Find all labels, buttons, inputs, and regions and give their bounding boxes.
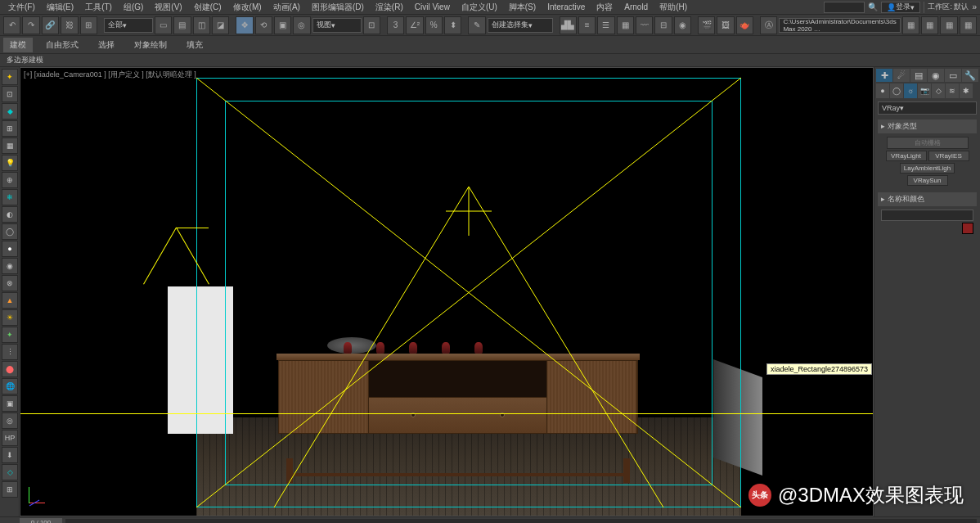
redo-button[interactable]: ↷ — [22, 16, 39, 34]
menu-help[interactable]: 帮助(H) — [654, 2, 692, 13]
lt-tool-13[interactable]: ⬤ — [2, 361, 18, 377]
ref-coord-dropdown[interactable]: 视图 ▾ — [312, 18, 362, 33]
search-icon[interactable]: 🔍 — [868, 2, 878, 11]
menu-view[interactable]: 视图(V) — [150, 2, 187, 13]
type-vraylight[interactable]: VRayLight — [886, 151, 927, 161]
menu-interactive[interactable]: Interactive — [542, 2, 590, 11]
lt-bulb-icon[interactable]: 💡 — [2, 155, 18, 171]
lt-tool-17[interactable]: ◇ — [2, 464, 18, 480]
undo-button[interactable]: ↶ — [3, 16, 20, 34]
type-ambient[interactable]: LayAmbientLigh — [900, 163, 955, 174]
scale-button[interactable]: ▣ — [274, 16, 291, 34]
ribbon-tab-fill[interactable]: 填充 — [180, 38, 209, 52]
lt-tool-6[interactable]: ❄ — [2, 189, 18, 205]
cmd-tab-create[interactable]: ✚ — [876, 69, 892, 82]
spinner-snap-button[interactable]: ⬍ — [444, 16, 461, 34]
lt-tool-14[interactable]: ▣ — [2, 395, 18, 412]
lt-tool-11[interactable]: ✦ — [2, 327, 18, 343]
lt-tool-8[interactable]: ◯ — [2, 223, 18, 240]
menu-file[interactable]: 文件(F) — [3, 2, 40, 13]
layer-button[interactable]: ☰ — [597, 16, 614, 34]
rotate-button[interactable]: ⟲ — [255, 16, 272, 34]
render-setup-button[interactable]: 🎬 — [698, 16, 715, 34]
rollout-head-type[interactable]: ▸ 对象类型 — [878, 119, 977, 133]
lt-light-icon[interactable]: ✦ — [2, 69, 18, 85]
ribbon-tab-freeform[interactable]: 自由形式 — [39, 38, 85, 52]
placement-button[interactable]: ◎ — [293, 16, 310, 34]
lt-sun-icon[interactable]: ☀ — [2, 309, 18, 326]
menu-content[interactable]: 内容 — [591, 2, 618, 13]
lt-tool-2[interactable]: ◆ — [2, 103, 18, 119]
menu-graph[interactable]: 图形编辑器(D) — [307, 2, 369, 13]
lt-sphere-icon[interactable]: ● — [2, 241, 18, 257]
cmd-sub-geom[interactable]: ● — [876, 83, 889, 98]
select-name-button[interactable]: ▤ — [173, 16, 191, 34]
lt-tool-1[interactable]: ⊡ — [2, 86, 18, 102]
material-editor-button[interactable]: ◉ — [674, 16, 691, 34]
time-track[interactable] — [65, 519, 977, 524]
menu-modify[interactable]: 修改(M) — [228, 2, 267, 13]
login-button[interactable]: 👤登录▾ — [881, 2, 920, 13]
selection-filter-dropdown[interactable]: 全部 ▾ — [104, 18, 153, 33]
time-slider[interactable]: 0 / 100 — [20, 518, 62, 524]
named-selection-dropdown[interactable]: 创建选择集 ▾ — [488, 18, 553, 33]
cmd-tab-modify[interactable]: ☄ — [893, 69, 910, 82]
rollout-head-name[interactable]: ▸ 名称和颜色 — [878, 192, 977, 206]
cmd-tab-utility[interactable]: 🔧 — [962, 69, 978, 82]
menu-edit[interactable]: 编辑(E) — [42, 2, 79, 13]
move-button[interactable]: ✥ — [236, 16, 253, 34]
ribbon-tab-paint[interactable]: 对象绘制 — [128, 38, 173, 52]
extra-1-button[interactable]: ▦ — [902, 16, 919, 34]
menu-render[interactable]: 渲染(R) — [371, 2, 408, 13]
lt-tool-3[interactable]: ⊞ — [2, 120, 18, 137]
ribbon-toggle-button[interactable]: ▦ — [617, 16, 634, 34]
lt-tool-15[interactable]: ◎ — [2, 413, 18, 429]
chevron-down-icon[interactable]: » — [972, 2, 977, 11]
lt-tool-16[interactable]: ⬇ — [2, 447, 18, 463]
select-region-button[interactable]: ◫ — [193, 16, 210, 34]
menu-script[interactable]: 脚本(S) — [504, 2, 541, 13]
window-crossing-button[interactable]: ◪ — [212, 16, 229, 34]
cmd-sub-helper[interactable]: ◇ — [932, 83, 945, 98]
lt-tool-12[interactable]: ⋮ — [2, 344, 18, 360]
type-vrayies[interactable]: VRayIES — [928, 151, 969, 161]
ribbon-sub-poly[interactable]: 多边形建模 — [3, 53, 47, 67]
snap-toggle-button[interactable]: 3 — [387, 16, 404, 34]
select-button[interactable]: ▭ — [155, 16, 172, 34]
renderer-dropdown[interactable]: VRay ▾ — [878, 101, 977, 115]
lt-tool-9[interactable]: ◉ — [2, 258, 18, 274]
cmd-sub-system[interactable]: ✱ — [960, 83, 973, 98]
object-name-input[interactable] — [881, 210, 973, 221]
cmd-sub-space[interactable]: ≋ — [946, 83, 959, 98]
lt-tool-7[interactable]: ◐ — [2, 206, 18, 223]
render-button[interactable]: 🫖 — [736, 16, 753, 34]
schematic-button[interactable]: ⊟ — [654, 16, 672, 34]
pivot-button[interactable]: ⊡ — [363, 16, 380, 34]
cmd-sub-light[interactable]: ☼ — [904, 83, 917, 98]
align-button[interactable]: ≡ — [578, 16, 596, 34]
menu-anim[interactable]: 动画(A) — [268, 2, 305, 13]
mirror-button[interactable]: ▟▙ — [560, 16, 577, 34]
cmd-tab-display[interactable]: ▭ — [945, 69, 961, 82]
viewport-label[interactable]: [+] [xiadele_Camera001 ] [用户定义 ] [默认明暗处理… — [24, 70, 196, 80]
lt-tool-18[interactable]: ⊞ — [2, 481, 18, 498]
menu-arnold[interactable]: Arnold — [619, 2, 653, 11]
extra-4-button[interactable]: ▦ — [960, 16, 977, 34]
render-frame-button[interactable]: 🖼 — [717, 16, 734, 34]
menu-tools[interactable]: 工具(T) — [80, 2, 117, 13]
unlink-button[interactable]: ⛓ — [61, 16, 78, 34]
search-input[interactable] — [824, 2, 865, 13]
lt-flame-icon[interactable]: ▲ — [2, 292, 18, 309]
cmd-tab-hierarchy[interactable]: ▤ — [910, 69, 927, 82]
lt-tool-5[interactable]: ⊕ — [2, 172, 18, 188]
ribbon-tab-select[interactable]: 选择 — [92, 38, 121, 52]
extra-3-button[interactable]: ▦ — [940, 16, 957, 34]
cmd-tab-motion[interactable]: ◉ — [928, 69, 944, 82]
ribbon-tab-model[interactable]: 建模 — [3, 38, 33, 52]
curve-editor-button[interactable]: 〰 — [636, 16, 653, 34]
lt-globe-icon[interactable]: 🌐 — [2, 378, 18, 395]
extra-2-button[interactable]: ▦ — [921, 16, 938, 34]
workspace-label[interactable]: 工作区: 默认 — [928, 2, 969, 12]
edit-named-sel-button[interactable]: ✎ — [468, 16, 485, 34]
type-vraysun[interactable]: VRaySun — [907, 175, 948, 186]
